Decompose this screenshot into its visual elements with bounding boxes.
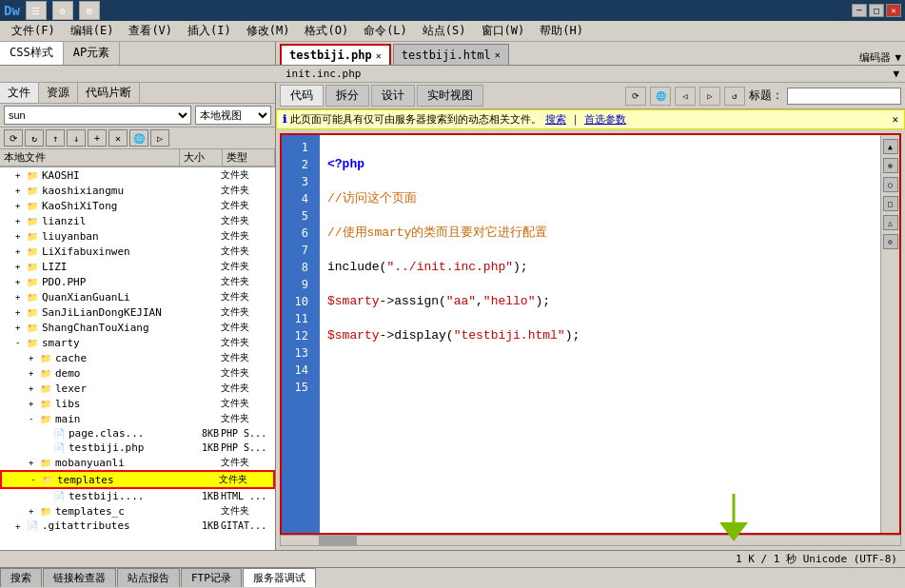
side-icon-6[interactable]: ⊙ [883,234,898,249]
expand-icon[interactable]: + [29,506,40,516]
ftb-down[interactable]: ↓ [67,129,86,147]
expand-icon[interactable]: + [15,170,27,180]
expand-icon[interactable]: + [15,262,27,271]
tree-item[interactable]: +📁SanJiLianDongKEJIAN文件夹 [0,304,275,320]
tree-item[interactable]: -📁templates文件夹 [0,470,275,489]
site-select-dropdown[interactable]: sun [4,106,191,125]
menu-window[interactable]: 窗口(W) [474,21,533,41]
horizontal-scrollbar[interactable] [280,535,901,546]
tree-item[interactable]: 📄page.clas...8KBPHP S... [0,426,275,441]
sync-icon[interactable]: ⟳ [625,87,646,106]
info-link-params[interactable]: 首选参数 [584,112,626,127]
ftb-new[interactable]: + [88,129,107,147]
toolbar-btn-2[interactable]: ⚙ [52,1,73,20]
file-sub-tab-snippets[interactable]: 代码片断 [78,83,140,103]
tree-item[interactable]: +📁ShangChanTouXiang文件夹 [0,320,275,335]
side-icon-5[interactable]: △ [883,215,898,230]
tree-item[interactable]: +📁KAOSHI文件夹 [0,167,275,183]
expand-icon[interactable]: + [15,246,27,256]
tree-item[interactable]: +📁KaoShiXiTong文件夹 [0,198,275,213]
tree-item[interactable]: +📄.gitattributes1KBGITAT... [0,519,275,533]
menu-help[interactable]: 帮助(H) [532,21,591,41]
expand-icon[interactable]: + [29,353,40,363]
toolbar-btn-3[interactable]: ⊞ [79,1,100,20]
view-mode-dropdown[interactable]: 本地视图 [195,106,271,125]
expand-icon[interactable]: + [15,186,27,195]
bottom-tab-0[interactable]: 搜索 [0,568,42,587]
file-sub-tab-assets[interactable]: 资源 [39,83,78,103]
tree-item[interactable]: +📁liuyanban文件夹 [0,228,275,244]
side-icon-1[interactable]: ▲ [883,139,898,154]
expand-icon[interactable]: + [15,277,27,286]
bottom-tab-2[interactable]: 站点报告 [117,568,180,587]
side-icon-4[interactable]: □ [883,196,898,211]
menu-file[interactable]: 文件(F) [4,21,63,41]
menu-format[interactable]: 格式(O) [297,21,356,41]
expand-icon[interactable]: + [15,231,27,241]
expand-icon[interactable]: + [15,521,27,531]
info-link-search[interactable]: 搜索 [545,112,566,127]
tree-item[interactable]: +📁lexer文件夹 [0,381,275,396]
ftb-up[interactable]: ↑ [46,129,65,147]
expand-icon[interactable]: + [15,216,27,225]
menu-view[interactable]: 查看(V) [121,21,180,41]
expand-icon[interactable]: + [15,292,27,302]
tree-item[interactable]: +📁LIZI文件夹 [0,259,275,274]
ftb-globe[interactable]: 🌐 [129,129,148,147]
tree-item[interactable]: -📁main文件夹 [0,411,275,426]
menu-insert[interactable]: 插入(I) [180,21,239,41]
arrow-right-icon[interactable]: ▷ [699,87,720,106]
expand-icon[interactable]: + [29,458,40,467]
close-button[interactable]: ✕ [886,4,901,17]
path-filter-icon[interactable]: ▼ [893,68,899,80]
tab-close-html[interactable]: ✕ [495,49,501,60]
code-content[interactable]: <?php//访问这个页面//使用smarty的类而且要对它进行配置includ… [320,135,880,533]
bottom-tab-4[interactable]: 服务器调试 [243,568,316,587]
tree-item[interactable]: +📁demo文件夹 [0,365,275,381]
tab-css-styles[interactable]: CSS样式 [0,42,64,65]
tree-item[interactable]: 📄testbiji....1KBHTML ... [0,489,275,503]
tree-item[interactable]: +📁cache文件夹 [0,350,275,365]
code-tab-code[interactable]: 代码 [280,85,324,107]
menu-site[interactable]: 站点(S) [415,21,474,41]
ftb-connect[interactable]: ⟳ [4,129,23,147]
bottom-tab-3[interactable]: FTP记录 [181,568,242,587]
tab-testbiji-html[interactable]: testbiji.html ✕ [393,44,509,65]
code-tab-split[interactable]: 拆分 [325,85,369,107]
expand-icon[interactable]: + [15,201,27,210]
menu-command[interactable]: 命令(L) [356,21,415,41]
tree-item[interactable]: +📁LiXifabuxinwen文件夹 [0,244,275,259]
side-icon-2[interactable]: ⊕ [883,158,898,173]
ftb-delete[interactable]: ✕ [108,129,128,147]
expand-icon[interactable]: - [30,475,42,484]
tree-item[interactable]: +📁mobanyuanli文件夹 [0,455,275,470]
tree-item[interactable]: -📁smarty文件夹 [0,335,275,350]
code-tab-live[interactable]: 实时视图 [417,85,483,107]
toolbar-btn-1[interactable]: ☰ [26,1,47,20]
tab-testbiji-php[interactable]: testbiji.php ✕ [280,44,391,65]
expand-icon[interactable]: - [29,414,40,423]
encoding-dropdown-icon[interactable]: ▼ [895,51,901,64]
expand-icon[interactable]: + [29,399,40,408]
expand-icon[interactable]: + [29,368,40,378]
side-icon-3[interactable]: ○ [883,177,898,192]
expand-icon[interactable]: + [15,323,27,332]
refresh-icon[interactable]: ↺ [724,87,745,106]
expand-icon[interactable]: + [15,307,27,317]
title-input[interactable] [787,88,901,105]
tree-item[interactable]: 📄testbiji.php1KBPHP S... [0,441,275,455]
ftb-refresh[interactable]: ↻ [25,129,44,147]
menu-modify[interactable]: 修改(M) [239,21,298,41]
maximize-button[interactable]: □ [869,4,884,17]
tab-ap-elements[interactable]: AP元素 [64,42,120,65]
tree-item[interactable]: +📁lianzil文件夹 [0,213,275,228]
menu-edit[interactable]: 编辑(E) [63,21,122,41]
minimize-button[interactable]: ─ [852,4,867,17]
scrollbar-thumb[interactable] [319,536,357,545]
code-tab-design[interactable]: 设计 [371,85,415,107]
info-close-icon[interactable]: ✕ [892,113,898,126]
expand-icon[interactable]: - [15,338,27,347]
file-sub-tab-files[interactable]: 文件 [0,83,39,103]
tab-close-php[interactable]: ✕ [376,50,382,61]
ftb-more[interactable]: ▷ [150,129,169,147]
